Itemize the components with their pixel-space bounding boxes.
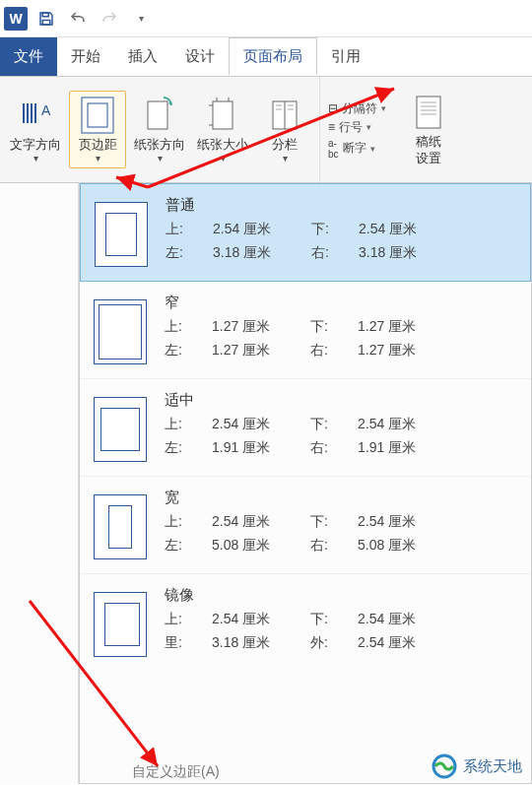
margin-bottom-label: 下: (310, 611, 348, 628)
margin-preset-icon (95, 202, 148, 267)
margin-preset-narrow[interactable]: 窄 上: 1.27 厘米 下: 1.27 厘米 左: 1.27 厘米 右: 1.… (80, 282, 531, 379)
chevron-down-icon: ▾ (381, 103, 386, 113)
tab-insert[interactable]: 插入 (114, 37, 171, 76)
margin-bottom-label: 下: (310, 318, 348, 336)
breaks-button[interactable]: ⊟ 分隔符 ▾ (328, 100, 386, 117)
redo-button[interactable] (97, 6, 122, 32)
margin-right-value: 1.27 厘米 (358, 342, 446, 360)
chevron-down-icon: ▾ (221, 153, 226, 164)
margin-preset-values: 上: 2.54 厘米 下: 2.54 厘米 左: 5.08 厘米 右: 5.08… (165, 513, 517, 555)
margin-preset-icon (94, 397, 147, 462)
margin-preset-icon (94, 299, 147, 364)
margin-left-value: 1.91 厘米 (212, 439, 300, 457)
hyphenation-label: 断字 (343, 140, 366, 157)
svg-rect-6 (213, 101, 233, 129)
tab-file[interactable]: 文件 (0, 37, 57, 76)
margin-bottom-value: 2.54 厘米 (358, 513, 446, 531)
margin-preset-values: 上: 1.27 厘米 下: 1.27 厘米 左: 1.27 厘米 右: 1.27… (165, 318, 517, 360)
margin-top-label: 上: (165, 513, 202, 531)
hyphenation-button[interactable]: a-bc 断字 ▾ (328, 138, 386, 160)
chevron-down-icon: ▾ (158, 153, 163, 164)
margin-preset-content: 镜像 上: 2.54 厘米 下: 2.54 厘米 里: 3.18 厘米 外: 2… (165, 586, 517, 657)
margin-bottom-value: 2.54 厘米 (359, 221, 447, 238)
tab-page-layout[interactable]: 页面布局 (229, 37, 317, 76)
margins-dropdown: 普通 上: 2.54 厘米 下: 2.54 厘米 左: 3.18 厘米 右: 3… (79, 183, 532, 784)
margin-preset-title: 窄 (165, 294, 517, 312)
ribbon-group-pagesetup: A 文字方向 ▾ 页边距 ▾ 纸张方向 ▾ 纸张大小 ▾ (0, 77, 320, 182)
margin-bottom-value: 2.54 厘米 (358, 416, 446, 433)
margin-preset-title: 宽 (165, 489, 517, 507)
margin-bottom-value: 1.27 厘米 (358, 318, 446, 336)
margin-preset-values: 上: 2.54 厘米 下: 2.54 厘米 左: 3.18 厘米 右: 3.18… (166, 221, 516, 262)
margin-right-label: 右: (310, 439, 348, 457)
columns-button[interactable]: 分栏 ▾ (256, 92, 313, 168)
ribbon-tabs: 文件 开始 插入 设计 页面布局 引用 (0, 37, 532, 77)
margins-button[interactable]: 页边距 ▾ (69, 91, 126, 169)
margin-left-label: 里: (165, 634, 202, 652)
line-numbers-icon: ≡ (328, 120, 335, 134)
margin-preset-content: 宽 上: 2.54 厘米 下: 2.54 厘米 左: 5.08 厘米 右: 5.… (165, 489, 517, 559)
tab-home[interactable]: 开始 (57, 37, 114, 76)
margin-preset-wide[interactable]: 宽 上: 2.54 厘米 下: 2.54 厘米 左: 5.08 厘米 右: 5.… (80, 477, 531, 574)
margin-preset-values: 上: 2.54 厘米 下: 2.54 厘米 里: 3.18 厘米 外: 2.54… (165, 611, 517, 652)
margin-preset-content: 窄 上: 1.27 厘米 下: 1.27 厘米 左: 1.27 厘米 右: 1.… (165, 294, 517, 364)
svg-rect-3 (82, 98, 113, 133)
margin-left-label: 左: (165, 537, 202, 555)
margin-preset-normal[interactable]: 普通 上: 2.54 厘米 下: 2.54 厘米 左: 3.18 厘米 右: 3… (80, 183, 531, 282)
stationery-label: 稿纸设置 (416, 134, 441, 167)
size-icon (203, 96, 242, 135)
margin-preset-title: 适中 (165, 391, 517, 410)
ribbon: A 文字方向 ▾ 页边距 ▾ 纸张方向 ▾ 纸张大小 ▾ (0, 77, 532, 183)
margin-top-value: 1.27 厘米 (212, 318, 300, 336)
chevron-down-icon: ▾ (370, 144, 375, 154)
qat-customize-button[interactable]: ▾ (128, 6, 154, 32)
margin-left-value: 5.08 厘米 (212, 537, 300, 555)
tab-references[interactable]: 引用 (317, 37, 374, 76)
margin-right-label: 外: (310, 634, 348, 652)
margin-bottom-value: 2.54 厘米 (358, 611, 446, 628)
margin-right-label: 右: (310, 537, 348, 555)
margin-bottom-label: 下: (310, 416, 348, 433)
line-numbers-button[interactable]: ≡ 行号 ▾ (328, 119, 386, 136)
margins-label: 页边距 (79, 137, 117, 154)
margin-right-label: 右: (310, 342, 348, 360)
orientation-button[interactable]: 纸张方向 ▾ (130, 92, 189, 168)
breaks-label: 分隔符 (342, 100, 377, 117)
chevron-down-icon: ▾ (366, 122, 371, 132)
margin-right-value: 3.18 厘米 (359, 244, 447, 262)
margin-preset-mirror[interactable]: 镜像 上: 2.54 厘米 下: 2.54 厘米 里: 3.18 厘米 外: 2… (80, 574, 531, 671)
margin-preset-icon (94, 592, 147, 657)
margin-left-value: 3.18 厘米 (212, 634, 300, 652)
margin-right-value: 1.91 厘米 (358, 439, 446, 457)
margin-preset-icon (94, 494, 147, 559)
margin-preset-values: 上: 2.54 厘米 下: 2.54 厘米 左: 1.91 厘米 右: 1.91… (165, 416, 517, 457)
watermark-text: 系统天地 (463, 757, 522, 776)
svg-rect-0 (42, 13, 48, 17)
chevron-down-icon: ▾ (96, 153, 100, 164)
columns-label: 分栏 (272, 137, 298, 154)
margin-preset-content: 普通 上: 2.54 厘米 下: 2.54 厘米 左: 3.18 厘米 右: 3… (166, 196, 516, 267)
margin-bottom-label: 下: (311, 221, 349, 238)
text-direction-button[interactable]: A 文字方向 ▾ (6, 92, 65, 168)
margin-top-label: 上: (166, 221, 203, 238)
margin-preset-title: 普通 (166, 196, 516, 215)
text-direction-icon: A (16, 96, 55, 135)
save-button[interactable] (33, 6, 59, 32)
custom-margins-option[interactable]: 自定义边距(A) (132, 763, 220, 781)
margin-left-label: 左: (165, 439, 202, 457)
margin-preset-content: 适中 上: 2.54 厘米 下: 2.54 厘米 左: 1.91 厘米 右: 1… (165, 391, 517, 462)
stationery-icon (409, 93, 448, 132)
margin-right-value: 2.54 厘米 (358, 634, 446, 652)
navigation-panel (0, 183, 79, 784)
margin-top-value: 2.54 厘米 (213, 221, 301, 238)
svg-rect-1 (42, 20, 50, 25)
document-area: 普通 上: 2.54 厘米 下: 2.54 厘米 左: 3.18 厘米 右: 3… (0, 183, 532, 784)
ribbon-group-paragraph: ⊟ 分隔符 ▾ ≡ 行号 ▾ a-bc 断字 ▾ (320, 77, 394, 182)
hyphenation-icon: a-bc (328, 138, 339, 160)
margin-left-label: 左: (165, 342, 202, 360)
size-button[interactable]: 纸张大小 ▾ (193, 92, 252, 168)
tab-design[interactable]: 设计 (171, 37, 229, 76)
stationery-button[interactable]: 稿纸设置 (400, 89, 457, 171)
margin-preset-moderate[interactable]: 适中 上: 2.54 厘米 下: 2.54 厘米 左: 1.91 厘米 右: 1… (80, 379, 531, 477)
undo-button[interactable] (65, 6, 91, 32)
